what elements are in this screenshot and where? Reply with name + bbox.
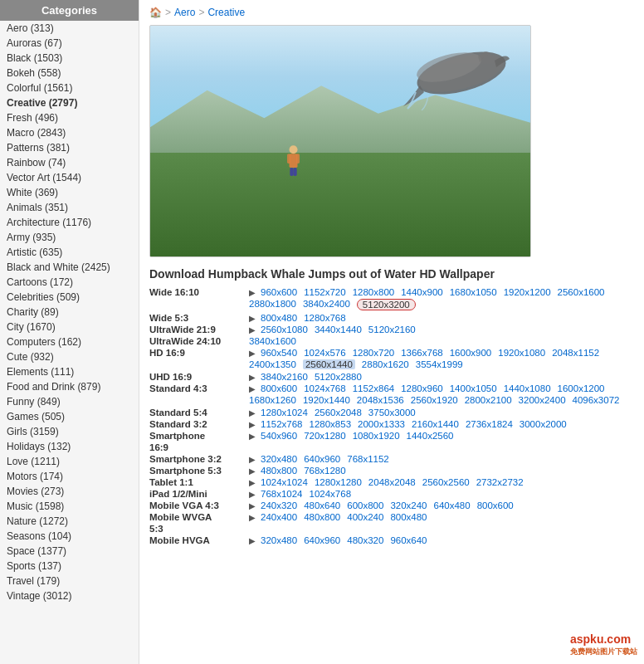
res-link[interactable]: 1152x768 (261, 419, 303, 429)
sidebar-item[interactable]: Music (1598) (0, 499, 139, 514)
res-link[interactable]: 1600x1200 (558, 383, 605, 393)
breadcrumb-creative[interactable]: Creative (207, 7, 245, 18)
sidebar-item[interactable]: Bokeh (558) (0, 66, 139, 81)
res-link[interactable]: 1440x900 (401, 287, 443, 297)
sidebar-item[interactable]: Sports (137) (0, 559, 139, 574)
res-link[interactable]: 2560x1080 (261, 325, 308, 334)
res-link[interactable]: 1440x1080 (504, 383, 551, 393)
res-link[interactable]: 600x800 (347, 500, 383, 510)
res-link[interactable]: 1024x576 (304, 348, 346, 358)
res-link[interactable]: 3554x1999 (416, 359, 463, 369)
res-link[interactable]: 1152x864 (353, 383, 395, 393)
res-link[interactable]: 2560x1920 (411, 395, 458, 405)
sidebar-item[interactable]: Creative (2797) (0, 95, 139, 110)
sidebar-item[interactable]: Funny (849) (0, 394, 139, 409)
res-link[interactable]: 3750x3000 (368, 408, 416, 417)
res-link[interactable]: 1152x720 (304, 287, 346, 297)
res-link[interactable]: 2880x1800 (249, 299, 296, 310)
res-link[interactable]: 1920x1080 (498, 348, 545, 358)
res-link[interactable]: 1600x900 (450, 348, 492, 358)
res-link[interactable]: 1680x1260 (249, 395, 296, 405)
res-link[interactable]: 4096x3072 (573, 395, 620, 405)
res-link[interactable]: 3000x2000 (520, 419, 567, 429)
res-link[interactable]: 640x960 (304, 454, 340, 464)
sidebar-item[interactable]: Macro (2843) (0, 125, 139, 140)
res-link[interactable]: 960x540 (261, 348, 297, 358)
res-link[interactable]: 1280x960 (401, 383, 443, 393)
sidebar-item[interactable]: Vector Art (1544) (0, 170, 139, 185)
res-link[interactable]: 1680x1050 (450, 287, 497, 297)
sidebar-item[interactable]: Aero (313) (0, 21, 139, 36)
res-link[interactable]: 2000x1333 (358, 419, 405, 429)
res-link[interactable]: 1920x1200 (504, 287, 551, 297)
res-link[interactable]: 768x1152 (347, 454, 389, 464)
sidebar-item[interactable]: Animals (351) (0, 200, 139, 215)
res-link[interactable]: 768x1280 (304, 466, 346, 476)
sidebar-item[interactable]: Space (1377) (0, 544, 139, 559)
sidebar-item[interactable]: Patterns (381) (0, 140, 139, 155)
res-link[interactable]: 1024x768 (310, 489, 352, 499)
res-link[interactable]: 1280x1280 (315, 477, 362, 487)
res-link[interactable]: 2736x1824 (466, 419, 513, 429)
sidebar-item[interactable]: White (369) (0, 185, 139, 200)
breadcrumb-aero[interactable]: Aero (174, 7, 195, 18)
sidebar-item[interactable]: Rainbow (74) (0, 155, 139, 170)
res-link[interactable]: 480x800 (304, 512, 340, 522)
res-link[interactable]: 3840x2400 (303, 299, 350, 310)
res-link[interactable]: 800x600 (477, 500, 514, 510)
res-link[interactable]: 640x480 (434, 500, 471, 510)
sidebar-item[interactable]: Games (505) (0, 409, 139, 424)
sidebar-item[interactable]: Army (935) (0, 230, 139, 245)
sidebar-item[interactable]: Cute (932) (0, 349, 139, 364)
res-link[interactable]: 1280x853 (310, 419, 352, 429)
res-link[interactable]: 960x640 (390, 535, 427, 545)
res-link[interactable]: 3440x1440 (315, 325, 362, 334)
res-link[interactable]: 2560x2048 (315, 408, 362, 417)
res-link[interactable]: 400x240 (347, 512, 383, 522)
res-link[interactable]: 240x320 (261, 500, 297, 510)
res-link[interactable]: 2048x1536 (357, 395, 404, 405)
res-link[interactable]: 320x240 (390, 500, 427, 510)
res-link[interactable]: 480x640 (304, 500, 340, 510)
sidebar-item[interactable]: Black and White (2425) (0, 260, 139, 275)
res-link[interactable]: 2800x2100 (465, 395, 512, 405)
res-link[interactable]: 2048x1152 (552, 348, 599, 358)
res-link[interactable]: 3840x1600 (249, 336, 296, 346)
res-link[interactable]: 1440x2560 (407, 431, 454, 441)
sidebar-item[interactable]: Seasons (104) (0, 529, 139, 544)
sidebar-item[interactable]: Celebrities (509) (0, 290, 139, 305)
res-link[interactable]: 960x600 (261, 287, 297, 297)
res-link[interactable]: 800x480 (390, 512, 427, 522)
res-link[interactable]: 1280x800 (353, 287, 395, 297)
res-link[interactable]: 1280x1024 (261, 408, 308, 417)
res-link[interactable]: 800x600 (261, 383, 297, 393)
res-link[interactable]: 5120x2160 (368, 325, 416, 334)
sidebar-item[interactable]: Architecture (1176) (0, 215, 139, 230)
sidebar-item[interactable]: Elements (111) (0, 364, 139, 379)
sidebar-item[interactable]: Girls (3159) (0, 424, 139, 439)
res-link[interactable]: 2560x2560 (422, 477, 470, 487)
res-link[interactable]: 1024x1024 (261, 477, 308, 487)
res-link[interactable]: 5120x2880 (315, 372, 362, 382)
res-link[interactable]: 768x1024 (261, 489, 303, 499)
res-link[interactable]: 540x960 (261, 431, 297, 441)
res-link[interactable]: 2400x1350 (249, 359, 296, 369)
sidebar-item[interactable]: Nature (1272) (0, 514, 139, 529)
sidebar-item[interactable]: Computers (162) (0, 334, 139, 349)
sidebar-item[interactable]: Colorful (1561) (0, 81, 139, 95)
res-link[interactable]: 1280x720 (353, 348, 395, 358)
res-link[interactable]: 1280x768 (304, 313, 346, 323)
res-link[interactable]: 2880x1620 (362, 359, 409, 369)
res-link[interactable]: 720x1280 (304, 431, 346, 441)
sidebar-item[interactable]: Charity (89) (0, 305, 139, 320)
res-link[interactable]: 240x400 (261, 512, 297, 522)
res-link[interactable]: 2560x1440 (303, 359, 355, 369)
res-link[interactable]: 1366x768 (401, 348, 443, 358)
res-link[interactable]: 2732x2732 (476, 477, 524, 487)
res-link[interactable]: 1024x768 (304, 383, 346, 393)
res-link[interactable]: 5120x3200 (357, 299, 416, 310)
res-link[interactable]: 320x480 (261, 454, 297, 464)
res-link[interactable]: 2048x2048 (368, 477, 416, 487)
res-link[interactable]: 2560x1600 (558, 287, 605, 297)
sidebar-item[interactable]: Travel (179) (0, 574, 139, 588)
